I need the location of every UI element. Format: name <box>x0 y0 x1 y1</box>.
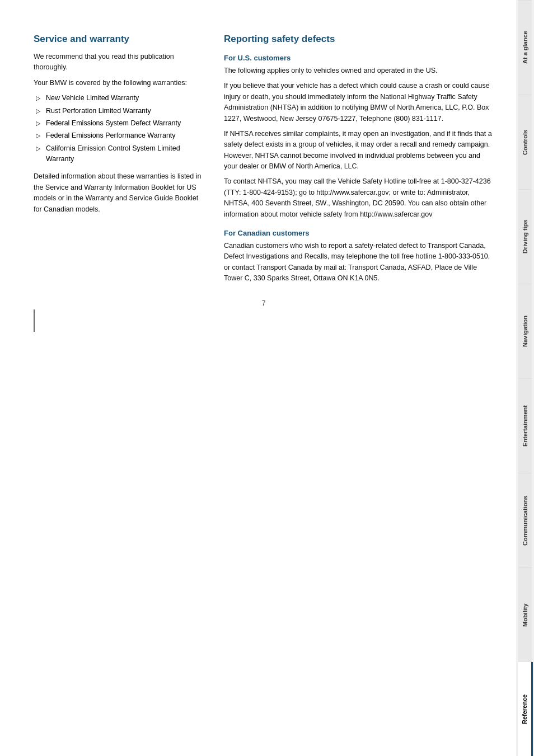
sidebar-tab-controls[interactable]: Controls <box>518 95 532 189</box>
bullet-text: Rust Perforation Limited Warranty <box>46 106 151 116</box>
page-number: 7 <box>34 299 494 332</box>
us-para-3: To contact NHTSA, you may call the Vehic… <box>224 176 494 220</box>
bullet-item: ▷California Emission Control System Limi… <box>34 143 202 165</box>
right-column: Reporting safety defects For U.S. custom… <box>224 34 494 288</box>
reporting-defects-title: Reporting safety defects <box>224 34 494 45</box>
us-customers-subtitle: For U.S. customers <box>224 54 494 62</box>
bullet-text: New Vehicle Limited Warranty <box>46 93 139 104</box>
closing-para: Detailed information about these warrant… <box>34 171 202 215</box>
sidebar-tab-communications[interactable]: Communications <box>518 473 532 567</box>
sidebar-tab-reference[interactable]: Reference <box>518 662 533 756</box>
sidebar-tab-at-a-glance[interactable]: At a glance <box>518 0 532 95</box>
bullet-arrow-icon: ▷ <box>36 131 44 140</box>
bullet-item: ▷Rust Perforation Limited Warranty <box>34 106 202 116</box>
canadian-paragraphs: Canadian customers who wish to report a … <box>224 241 494 284</box>
bullet-item: ▷Federal Emissions Performance Warranty <box>34 130 202 141</box>
bullet-item: ▷New Vehicle Limited Warranty <box>34 93 202 104</box>
bullet-arrow-icon: ▷ <box>36 93 44 103</box>
us-paragraphs: The following applies only to vehicles o… <box>224 65 494 220</box>
bullet-arrow-icon: ▷ <box>36 119 44 128</box>
bullet-arrow-icon: ▷ <box>36 144 44 153</box>
us-para-2: If NHTSA receives similar complaints, it… <box>224 129 494 172</box>
left-column: Service and warranty We recommend that y… <box>34 34 202 288</box>
service-warranty-title: Service and warranty <box>34 34 202 45</box>
main-content: Service and warranty We recommend that y… <box>0 0 516 756</box>
bullet-item: ▷Federal Emissions System Defect Warrant… <box>34 118 202 129</box>
warranty-list: ▷New Vehicle Limited Warranty▷Rust Perfo… <box>34 93 202 165</box>
bullet-text: Federal Emissions System Defect Warranty <box>46 118 181 129</box>
bullet-arrow-icon: ▷ <box>36 106 44 116</box>
bullet-text: Federal Emissions Performance Warranty <box>46 130 176 141</box>
canadian-customers-subtitle: For Canadian customers <box>224 229 494 237</box>
intro-para-2: Your BMW is covered by the following war… <box>34 78 202 88</box>
intro-para-1: We recommend that you read this publicat… <box>34 51 202 73</box>
canadian-para-0: Canadian customers who wish to report a … <box>224 241 494 284</box>
us-para-0: The following applies only to vehicles o… <box>224 65 494 76</box>
page-line-decoration <box>34 309 35 332</box>
sidebar-tab-driving-tips[interactable]: Driving tips <box>518 189 532 284</box>
bullet-text: California Emission Control System Limit… <box>46 143 202 165</box>
sidebar-tab-navigation[interactable]: Navigation <box>518 284 532 378</box>
sidebar-tabs: At a glanceControlsDriving tipsNavigatio… <box>516 0 534 756</box>
sidebar-tab-mobility[interactable]: Mobility <box>518 567 532 662</box>
sidebar-tab-entertainment[interactable]: Entertainment <box>518 378 532 473</box>
us-para-1: If you believe that your vehicle has a d… <box>224 81 494 124</box>
